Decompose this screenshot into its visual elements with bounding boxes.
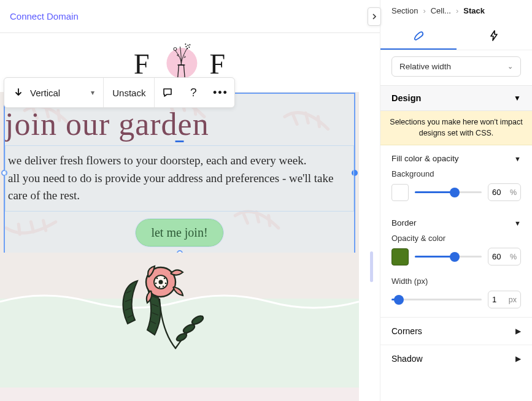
inspector-panel: Section › Cell... › Stack Relative width…: [380, 0, 532, 401]
border-width-label: Width (px): [380, 274, 532, 291]
width-mode-field: Relative width ⌄: [380, 50, 532, 85]
corners-section-header[interactable]: Corners ▶: [380, 317, 532, 345]
fill-title: Fill color & opacity: [391, 154, 459, 163]
width-mode-select[interactable]: Relative width ⌄: [391, 56, 521, 77]
svg-point-12: [159, 280, 163, 284]
border-width-slider[interactable]: [391, 293, 482, 307]
collapse-panel-button[interactable]: [368, 7, 381, 26]
hero-lower-area: [0, 253, 359, 388]
svg-point-2: [188, 45, 188, 45]
hero-section: ▾ Stack #box19 join our garden – we deli…: [0, 92, 359, 388]
svg-point-3: [189, 47, 190, 47]
border-section-header[interactable]: Border ▼: [380, 210, 532, 231]
caret-down-icon: ▼: [514, 155, 521, 162]
breadcrumb-section[interactable]: Section: [391, 6, 418, 15]
breadcrumb-current: Stack: [463, 6, 485, 15]
caret-down-icon: ▼: [514, 94, 521, 102]
more-icon: •••: [215, 87, 226, 98]
svg-point-18: [163, 285, 164, 287]
design-section-header[interactable]: Design ▼: [380, 85, 532, 111]
body-line-2: all you need to do is provide your addre…: [6, 170, 351, 205]
caret-right-icon: ▶: [515, 327, 521, 335]
percent-unit: %: [510, 188, 517, 197]
border-width-control: 1 px: [380, 291, 532, 317]
direction-dropdown[interactable]: Vertical ▾: [4, 78, 103, 107]
svg-point-1: [186, 46, 187, 47]
border-opacity-slider[interactable]: [415, 250, 482, 264]
svg-point-17: [159, 286, 161, 288]
more-button[interactable]: •••: [206, 78, 234, 107]
background-label: Background: [380, 167, 532, 183]
svg-point-0: [174, 48, 177, 51]
svg-point-13: [156, 277, 158, 279]
shadow-section-header[interactable]: Shadow ▶: [380, 345, 532, 372]
context-toolbar: Vertical ▾ Unstack ? •••: [4, 77, 235, 108]
help-icon: ?: [188, 87, 199, 98]
join-button[interactable]: let me join!: [136, 219, 223, 246]
svg-point-9: [175, 332, 188, 342]
bolt-icon: [488, 29, 500, 42]
chevron-right-icon: ›: [423, 6, 425, 15]
border-color-swatch[interactable]: [391, 248, 409, 265]
border-opacity-input[interactable]: 60 %: [488, 248, 521, 265]
svg-point-8: [191, 314, 204, 326]
caret-down-icon: ▼: [514, 220, 521, 227]
svg-point-15: [155, 282, 157, 284]
logo-letter-right: F: [210, 48, 226, 80]
background-control: 60 %: [380, 183, 532, 210]
background-color-swatch[interactable]: [391, 184, 409, 201]
width-mode-value: Relative width: [399, 62, 451, 71]
tab-design[interactable]: [380, 21, 457, 50]
unstack-button[interactable]: Unstack: [104, 78, 154, 107]
chevron-down-icon: ▾: [91, 88, 94, 97]
connect-domain-link[interactable]: Connect Domain: [10, 11, 79, 21]
chevron-down-icon: ⌄: [507, 63, 513, 71]
border-width-value: 1: [492, 295, 496, 304]
chevron-right-icon: ›: [456, 6, 458, 15]
svg-point-4: [187, 48, 188, 48]
svg-point-16: [165, 282, 167, 284]
body-line-1: we deliver fresh flowers to your doorste…: [6, 152, 351, 170]
svg-point-14: [164, 277, 166, 279]
direction-label: Vertical: [30, 88, 60, 98]
breadcrumb-cell[interactable]: Cell...: [431, 6, 451, 15]
fill-section-header[interactable]: Fill color & opacity ▼: [380, 145, 532, 167]
breadcrumb: Section › Cell... › Stack: [380, 0, 532, 21]
logo-letter-left: F: [134, 48, 150, 80]
tab-interactions[interactable]: [457, 21, 533, 50]
shadow-title: Shadow: [391, 354, 423, 364]
background-opacity-input[interactable]: 60 %: [488, 183, 521, 201]
caret-right-icon: ▶: [515, 354, 521, 363]
brush-icon: [412, 29, 425, 41]
border-width-input[interactable]: 1 px: [488, 291, 521, 308]
css-warning: Selections you make here won't impact de…: [380, 111, 532, 145]
panel-tabs: [380, 21, 532, 50]
comment-button[interactable]: [155, 78, 180, 107]
background-opacity-slider[interactable]: [415, 186, 482, 199]
help-button[interactable]: ?: [180, 78, 206, 107]
percent-unit: %: [510, 253, 517, 261]
canvas-area: F: [0, 33, 359, 401]
px-unit: px: [509, 296, 517, 304]
svg-point-5: [190, 44, 190, 45]
corners-title: Corners: [391, 326, 422, 336]
flower-illustration: [117, 256, 221, 354]
comment-icon: [162, 87, 173, 98]
border-title: Border: [391, 218, 417, 227]
svg-point-6: [185, 44, 186, 44]
design-title: Design: [391, 93, 421, 103]
arrow-down-icon: [13, 87, 24, 98]
opacity-color-label: Opacity & color: [380, 231, 532, 248]
selected-stack[interactable]: ▾ Stack #box19 join our garden – we deli…: [5, 94, 354, 253]
border-opacity-value: 60: [492, 252, 501, 261]
unstack-label: Unstack: [112, 88, 145, 98]
border-color-control: 60 %: [380, 248, 532, 274]
cta-container: let me join!: [5, 219, 354, 253]
chevron-right-icon: [371, 13, 377, 20]
hero-body-text[interactable]: we deliver fresh flowers to your doorste…: [5, 145, 354, 212]
background-opacity-value: 60: [492, 188, 501, 197]
panel-resize-handle[interactable]: [370, 251, 373, 282]
